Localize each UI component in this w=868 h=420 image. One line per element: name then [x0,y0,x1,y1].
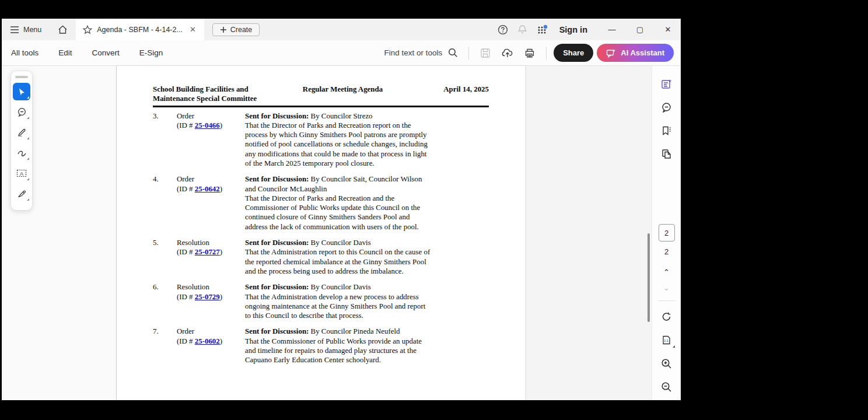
search-icon [448,48,458,58]
previous-page-button[interactable]: ⌃ [660,264,673,280]
create-button[interactable]: Create [212,23,260,36]
esign-menu[interactable]: E-Sign [130,40,173,65]
generative-summary-button[interactable] [657,74,677,94]
find-text-button[interactable]: Find text or tools [380,48,461,58]
committee-name: School Building Facilities and Maintenan… [153,85,284,103]
ai-assistant-button[interactable]: AI Assistant [597,44,674,62]
zoom-out-button[interactable] [657,377,677,397]
item-description: Sent for Discussion: By Councilor Sait, … [245,174,430,232]
item-type: Resolution (ID # 25-0729) [177,282,245,320]
bookmark-icon [661,125,672,136]
rotate-icon [661,312,672,322]
agenda-item: 3. Order (ID # 25-0466) Sent for Discuss… [153,111,489,169]
bookmarks-panel-button[interactable] [657,121,677,141]
ai-summary-icon [661,79,673,90]
page-number-input[interactable]: 2 [659,224,675,242]
draw-tool-button[interactable] [13,144,30,162]
document-viewport[interactable]: School Building Facilities and Maintenan… [117,66,652,400]
sign-tool-button[interactable] [13,185,30,202]
home-button[interactable] [50,19,76,40]
svg-text:1:1: 1:1 [664,339,668,342]
comments-panel-button[interactable] [657,97,677,117]
notifications-button[interactable] [514,21,531,38]
cursor-arrow-icon [18,88,26,96]
rotate-page-button[interactable] [657,307,677,327]
bell-icon [517,24,527,34]
pdf-page: School Building Facilities and Maintenan… [117,66,525,400]
content-area: A School Building Facilities and Mainten… [2,66,681,400]
pages-icon [661,149,672,159]
help-button[interactable] [494,21,512,38]
fit-page-button[interactable]: 1:1 [657,330,677,350]
rail-divider [658,300,676,301]
close-button[interactable]: ✕ [655,19,681,40]
agenda-header: School Building Facilities and Maintenan… [153,85,489,103]
item-type: Order (ID # 25-0466) [177,111,245,169]
menu-label: Menu [23,26,41,34]
item-description: Sent for Discussion: By Councilor Davis … [245,238,430,276]
zoom-in-button[interactable] [657,354,677,373]
signature-pen-icon [17,189,27,198]
tab-title: Agenda - SBFM - 4-14-2... [97,26,183,34]
edit-menu[interactable]: Edit [48,40,82,65]
titlebar: Menu Agenda - SBFM - 4-14-2... ✕ Create [2,19,681,40]
upload-cloud-button[interactable] [498,44,517,62]
select-tool-button[interactable] [13,83,30,100]
item-description: Sent for Discussion: By Councilor Strezo… [245,111,430,169]
save-button[interactable] [476,44,495,62]
item-id-link[interactable]: 25-0602 [195,337,220,345]
question-icon [498,24,508,35]
header-rule [153,106,489,107]
highlight-tool-button[interactable] [13,124,30,141]
pages-panel-button[interactable] [657,144,677,164]
upload-cloud-icon [502,48,513,58]
right-rail: 2 2 ⌃ ⌄ 1:1 [652,66,681,400]
share-label: Share [563,48,584,57]
maximize-button[interactable]: ▢ [627,19,653,40]
agenda-item: 5. Resolution (ID # 25-0727) Sent for Di… [153,238,489,276]
ai-assistant-icon [606,48,617,58]
all-tools-menu[interactable]: All tools [2,40,48,65]
add-text-tool-button[interactable]: A [13,164,30,182]
agenda-item: 6. Resolution (ID # 25-0729) Sent for Di… [153,282,489,320]
printer-icon [524,48,535,58]
plus-icon [220,26,227,33]
minimize-button[interactable]: — [599,19,625,40]
next-page-button[interactable]: ⌄ [660,280,673,296]
apps-grid-button[interactable] [534,21,551,38]
item-id-link[interactable]: 25-0466 [195,121,220,130]
item-description: Sent for Discussion: By Councilor Davis … [245,282,430,320]
save-icon [480,48,491,58]
item-type: Order (ID # 25-0602) [177,327,245,365]
home-icon [58,25,68,34]
zoom-out-icon [661,382,672,393]
agenda-item: 7. Order (ID # 25-0602) Sent for Discuss… [153,327,489,365]
create-label: Create [230,26,253,34]
find-label: Find text or tools [384,48,442,57]
comment-icon [17,107,27,117]
menu-button[interactable]: Menu [2,19,50,40]
comment-tool-button[interactable] [13,103,30,121]
sign-in-button[interactable]: Sign in [559,25,587,34]
toolbar-divider [468,47,469,60]
panel-drag-handle[interactable] [15,76,28,78]
print-button[interactable] [520,44,539,62]
star-icon [83,25,92,34]
tab-close-icon[interactable]: ✕ [187,24,198,35]
share-button[interactable]: Share [554,44,593,62]
item-id-link[interactable]: 25-0642 [195,185,220,193]
ai-assistant-label: AI Assistant [621,48,664,57]
vertical-scrollbar[interactable] [648,233,650,322]
quick-tools-panel: A [10,71,33,211]
svg-text:A: A [20,171,23,177]
item-number: 6. [153,282,177,320]
agenda-title: Regular Meeting Agenda [284,85,401,103]
item-id-link[interactable]: 25-0729 [195,293,220,301]
agenda-date: April 14, 2025 [401,85,489,103]
convert-menu[interactable]: Convert [82,40,130,65]
apps-grid-icon [537,24,548,35]
item-id-link[interactable]: 25-0727 [195,248,220,256]
item-type: Order (ID # 25-0642) [177,174,245,232]
document-tab[interactable]: Agenda - SBFM - 4-14-2... ✕ [76,19,204,40]
item-number: 5. [153,238,177,276]
